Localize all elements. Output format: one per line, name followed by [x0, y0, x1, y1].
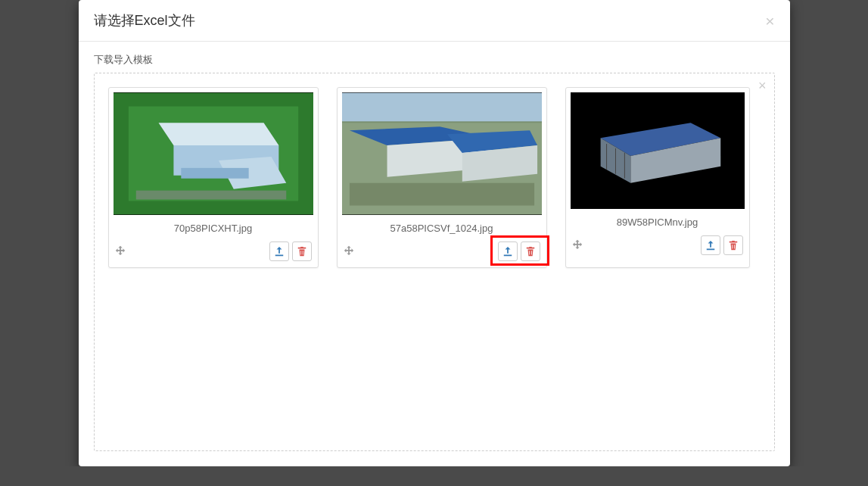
- warehouse-3d-icon: [571, 92, 745, 209]
- file-name-label: 57a58PICSVf_1024.jpg: [342, 215, 542, 238]
- file-card: 57a58PICSVf_1024.jpg: [337, 87, 547, 268]
- file-actions: [114, 238, 313, 261]
- download-template-link[interactable]: 下载导入模板: [94, 53, 775, 67]
- trash-icon: [297, 246, 307, 257]
- upload-icon: [274, 246, 285, 257]
- svg-rect-5: [181, 168, 248, 179]
- file-card: 70p58PICXHT.jpg: [108, 87, 319, 268]
- drag-handle-icon[interactable]: [344, 245, 354, 258]
- file-name-label: 89W58PICMnv.jpg: [571, 209, 745, 232]
- svg-rect-7: [342, 93, 542, 123]
- trash-icon: [728, 240, 739, 251]
- file-card: 89W58PICMnv.jpg: [565, 87, 750, 268]
- file-actions: [342, 238, 542, 261]
- building-aerial-icon: [114, 92, 313, 215]
- close-button[interactable]: ×: [765, 13, 774, 29]
- file-actions: [571, 232, 745, 255]
- file-grid: 70p58PICXHT.jpg: [108, 87, 761, 268]
- file-name-label: 70p58PICXHT.jpg: [114, 215, 313, 238]
- upload-button[interactable]: [498, 241, 518, 261]
- modal-title: 请选择Excel文件: [94, 11, 195, 30]
- delete-button[interactable]: [292, 241, 312, 261]
- modal-body: 下载导入模板 ×: [79, 42, 790, 466]
- factory-blue-roof-icon: [342, 92, 542, 215]
- upload-button[interactable]: [269, 241, 289, 261]
- upload-icon: [705, 240, 716, 251]
- svg-rect-6: [135, 191, 285, 200]
- file-thumbnail: [114, 92, 313, 215]
- file-thumbnail: [342, 92, 542, 215]
- drag-handle-icon[interactable]: [115, 245, 126, 258]
- drop-zone-close-button[interactable]: ×: [758, 78, 767, 94]
- svg-marker-2: [158, 123, 278, 145]
- file-thumbnail: [571, 92, 745, 209]
- delete-button[interactable]: [521, 241, 540, 261]
- upload-icon: [502, 246, 513, 257]
- delete-button[interactable]: [723, 235, 743, 255]
- drag-handle-icon[interactable]: [572, 238, 583, 252]
- upload-button[interactable]: [701, 235, 720, 255]
- file-drop-zone[interactable]: × 70p58PICX: [94, 73, 775, 451]
- modal-dialog: 请选择Excel文件 × 下载导入模板 ×: [79, 0, 790, 466]
- trash-icon: [525, 246, 536, 257]
- modal-header: 请选择Excel文件 ×: [79, 0, 790, 42]
- svg-rect-14: [349, 183, 534, 206]
